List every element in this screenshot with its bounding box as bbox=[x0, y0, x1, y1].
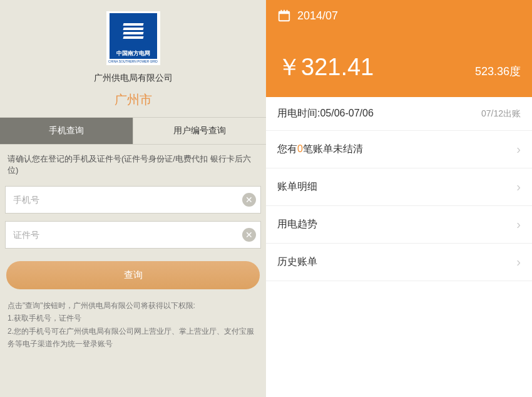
bill-panel: 2014/07 ￥321.41 523.36度 用电时间:05/06-07/06… bbox=[266, 0, 532, 397]
query-button[interactable]: 查询 bbox=[6, 261, 260, 289]
clear-phone-icon[interactable]: ✕ bbox=[242, 193, 256, 207]
usage-amount: 523.36度 bbox=[475, 64, 521, 79]
disclaimer-item-2: 2.您的手机号可在广州供电局有限公司网上营业厅、掌上营业厅、支付宝服务等电子渠道… bbox=[8, 325, 258, 351]
bill-date: 2014/07 bbox=[297, 9, 338, 23]
usage-trend-row[interactable]: 用电趋势 › bbox=[266, 206, 532, 244]
history-bills-row[interactable]: 历史账单 › bbox=[266, 244, 532, 281]
logo-text-en: CHINA SOUTHERN POWER GRID bbox=[108, 59, 158, 63]
unpaid-count: 0 bbox=[297, 143, 303, 154]
phone-input-group: ✕ bbox=[5, 186, 261, 214]
usage-trend-label: 用电趋势 bbox=[277, 218, 317, 231]
clear-id-icon[interactable]: ✕ bbox=[242, 228, 256, 242]
query-panel: 中国南方电网 CHINA SOUTHERN POWER GRID 广州供电局有限… bbox=[0, 0, 266, 397]
id-input[interactable] bbox=[5, 221, 261, 249]
disclaimer: 点击"查询"按钮时，广州供电局有限公司将获得以下权限: 1.获取手机号，证件号 … bbox=[0, 296, 266, 354]
tab-phone-query[interactable]: 手机查询 bbox=[0, 118, 133, 144]
chevron-right-icon: › bbox=[516, 255, 521, 269]
usage-period: 用电时间:05/06-07/06 bbox=[277, 107, 374, 120]
query-tabs: 手机查询 用户编号查询 bbox=[0, 117, 266, 145]
bill-detail-label: 账单明细 bbox=[277, 180, 317, 193]
usage-period-row: 用电时间:05/06-07/06 07/12出账 bbox=[266, 97, 532, 131]
unpaid-text: 您有0笔账单未结清 bbox=[277, 143, 363, 156]
phone-input[interactable] bbox=[5, 186, 261, 214]
city-name: 广州市 bbox=[115, 91, 152, 108]
date-row: 2014/07 bbox=[277, 9, 521, 23]
unpaid-bills-row[interactable]: 您有0笔账单未结清 › bbox=[266, 131, 532, 168]
period-value: 05/06-07/06 bbox=[320, 108, 373, 118]
company-logo: 中国南方电网 CHINA SOUTHERN POWER GRID bbox=[106, 11, 160, 65]
history-bills-label: 历史账单 bbox=[277, 255, 317, 269]
bill-amount: ￥321.41 bbox=[277, 51, 374, 83]
disclaimer-intro: 点击"查询"按钮时，广州供电局有限公司将获得以下权限: bbox=[8, 299, 258, 312]
instruction-text: 请确认您在登记的手机及证件号(证件号身份证/电费代扣 银行卡后六位) bbox=[0, 145, 266, 182]
id-input-group: ✕ bbox=[5, 221, 261, 249]
chevron-right-icon: › bbox=[516, 217, 521, 232]
amount-row: ￥321.41 523.36度 bbox=[277, 51, 521, 83]
chevron-right-icon: › bbox=[516, 180, 521, 194]
logo-text-cn: 中国南方电网 bbox=[110, 48, 157, 59]
calendar-icon bbox=[277, 9, 291, 23]
period-label: 用电时间: bbox=[277, 108, 320, 118]
disclaimer-item-1: 1.获取手机号，证件号 bbox=[8, 312, 258, 324]
company-name: 广州供电局有限公司 bbox=[94, 73, 173, 84]
bill-issue-date: 07/12出账 bbox=[481, 108, 521, 120]
tab-userid-query[interactable]: 用户编号查询 bbox=[133, 118, 266, 144]
bill-header: 2014/07 ￥321.41 523.36度 bbox=[266, 0, 532, 97]
bill-detail-row[interactable]: 账单明细 › bbox=[266, 168, 532, 206]
chevron-right-icon: › bbox=[516, 142, 521, 157]
